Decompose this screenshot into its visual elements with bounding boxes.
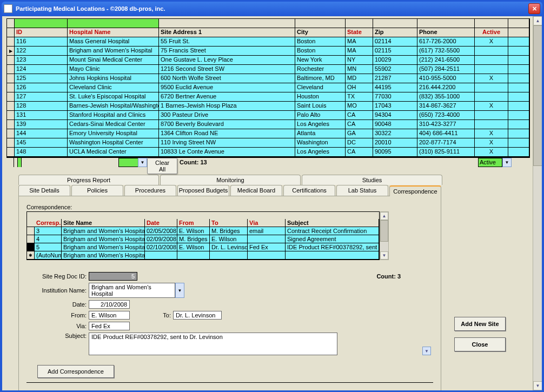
cell-id[interactable]: 126 [15, 83, 68, 92]
cell-active[interactable]: X [475, 138, 508, 147]
cell-city[interactable]: Boston [295, 46, 346, 55]
cell-state[interactable]: OH [346, 83, 373, 92]
cell-name[interactable]: Cedars-Sinai Medical Center [68, 120, 159, 129]
close-icon[interactable]: ✕ [528, 3, 540, 14]
row-selector[interactable] [7, 56, 15, 64]
cell-zip[interactable]: 10029 [373, 56, 417, 64]
cell-phone[interactable]: (617) 732-5500 [417, 46, 475, 55]
cell-active[interactable] [475, 92, 508, 101]
cell-zip[interactable]: 90048 [373, 120, 417, 129]
cell-active[interactable] [475, 56, 508, 64]
tab-monitoring[interactable]: Monitoring [160, 175, 301, 185]
cell-city[interactable]: Houston [295, 92, 346, 101]
cell-phone[interactable]: (310) 825-9111 [417, 148, 475, 156]
cell-active[interactable]: X [475, 148, 508, 156]
row-selector[interactable] [7, 111, 15, 119]
row-selector[interactable] [27, 251, 35, 259]
inst-dropdown-icon[interactable]: ▼ [175, 283, 184, 298]
cell-name[interactable]: Mayo Clinic [68, 65, 159, 74]
cell-phone[interactable]: 410-955-5000 [417, 74, 475, 83]
col-phone[interactable]: Phone [417, 28, 475, 37]
active-filter-dropdown-icon[interactable]: ▼ [502, 158, 512, 167]
cell-id[interactable]: 131 [15, 111, 68, 119]
row-selector[interactable] [7, 92, 15, 101]
tab-proposed-budgets[interactable]: Proposed Budgets [177, 185, 229, 196]
row-selector[interactable] [7, 129, 15, 138]
add-correspondence-button[interactable]: Add Correspondence [37, 365, 114, 378]
cell-zip[interactable]: 21287 [373, 74, 417, 83]
cell-id[interactable]: 123 [15, 56, 68, 64]
cell-name[interactable]: Washington Hospital Center [68, 138, 159, 147]
sub-col-date[interactable]: Date [145, 219, 177, 227]
tab-procedures[interactable]: Procedures [124, 185, 176, 196]
cell-id[interactable]: 124 [15, 65, 68, 74]
cell-zip[interactable]: 90095 [373, 148, 417, 156]
filter-name[interactable] [68, 19, 159, 28]
active-filter[interactable]: Active [478, 158, 502, 167]
table-row[interactable]: 126Cleveland Clinic9500 Euclid AvenueCle… [7, 83, 529, 92]
cell-zip[interactable]: 17043 [373, 102, 417, 110]
table-row[interactable]: 116Mass General Hospital55 Fruit St.Bost… [7, 37, 529, 46]
cell-city[interactable]: Atlanta [295, 129, 346, 138]
row-selector[interactable] [7, 120, 15, 129]
cell-phone[interactable]: 314-867-3627 [417, 102, 475, 110]
row-selector[interactable] [7, 19, 15, 28]
cell-addr[interactable]: 6720 Bertner Avenue [159, 92, 295, 101]
cell-name[interactable]: Johns Hopkins Hospital [68, 74, 159, 83]
cell-state[interactable]: CA [346, 148, 373, 156]
cell-zip[interactable]: 02115 [373, 46, 417, 55]
row-selector[interactable] [7, 37, 15, 46]
cell-name[interactable]: Barnes-Jewish Hospital/Washingto [68, 102, 159, 110]
cell-id[interactable]: 139 [15, 120, 68, 129]
cell-state[interactable]: NY [346, 56, 373, 64]
cell-zip[interactable]: 20010 [373, 138, 417, 147]
correspondence-grid[interactable]: Corresp. Number Site Name Date From To V… [26, 211, 380, 260]
cell-state[interactable]: DC [346, 138, 373, 147]
cell-active[interactable] [475, 65, 508, 74]
sub-col-subject[interactable]: Subject [286, 219, 379, 227]
tab-site-details[interactable]: Site Details [18, 185, 70, 196]
cell-name[interactable]: Cleveland Clinic [68, 83, 159, 92]
cell-addr[interactable]: 9500 Euclid Avenue [159, 83, 295, 92]
cell-name[interactable]: Mass General Hospital [68, 37, 159, 46]
sub-scrollbar[interactable]: ▲ ▼ [380, 211, 389, 260]
col-state[interactable]: State [346, 28, 373, 37]
cell-state[interactable]: MO [346, 102, 373, 110]
row-selector[interactable] [7, 148, 15, 156]
cell-zip[interactable]: 44195 [373, 83, 417, 92]
table-row[interactable]: 145Washington Hospital Center110 Irving … [7, 138, 529, 148]
cell-city[interactable]: Los Angeles [295, 148, 346, 156]
tab-correspondence[interactable]: Correspondence [389, 185, 441, 196]
to-field[interactable]: Dr. L. Levinson [173, 311, 222, 320]
cell-addr[interactable]: One Gustave L. Levy Place [159, 56, 295, 64]
add-new-site-button[interactable]: Add New Site [454, 317, 506, 331]
row-selector[interactable] [7, 102, 15, 110]
cell-id[interactable]: 128 [15, 102, 68, 110]
cell-id[interactable]: 144 [15, 129, 68, 138]
cell-phone[interactable]: 404) 686-4411 [417, 129, 475, 138]
cell-addr[interactable]: 55 Fruit St. [159, 37, 295, 46]
cell-id[interactable]: 127 [15, 92, 68, 101]
cell-active[interactable]: X [475, 129, 508, 138]
tab-lab-status[interactable]: Lab Status [336, 185, 388, 196]
table-row[interactable]: 3Brigham and Women's Hospital02/05/2008E… [27, 227, 379, 235]
table-row[interactable]: 4Brigham and Women's Hospital02/09/2008M… [27, 235, 379, 243]
cell-phone[interactable]: 310-423-3277 [417, 120, 475, 129]
tab-medical-board[interactable]: Medical Board [230, 185, 282, 196]
cell-active[interactable]: X [475, 37, 508, 46]
sub-col-site[interactable]: Site Name [62, 219, 145, 227]
table-row[interactable]: 148UCLA Medical Center10833 Le Conte Ave… [7, 148, 529, 157]
cell-addr[interactable]: 75 Francis Street [159, 46, 295, 55]
cell-city[interactable]: Washington [295, 138, 346, 147]
row-selector[interactable] [7, 46, 15, 55]
col-id[interactable]: ID [15, 28, 68, 37]
table-row[interactable]: 5Brigham and Women's Hospital02/10/2008E… [27, 243, 379, 251]
row-selector[interactable] [27, 227, 35, 235]
row-selector[interactable] [7, 65, 15, 74]
cell-id[interactable]: 116 [15, 37, 68, 46]
cell-addr[interactable]: 300 Pasteur Drive [159, 111, 295, 119]
cell-zip[interactable]: 30322 [373, 129, 417, 138]
date-field[interactable]: 2/10/2008 [89, 300, 130, 309]
cell-state[interactable]: TX [346, 92, 373, 101]
cell-city[interactable]: Baltimore, MD [295, 74, 346, 83]
